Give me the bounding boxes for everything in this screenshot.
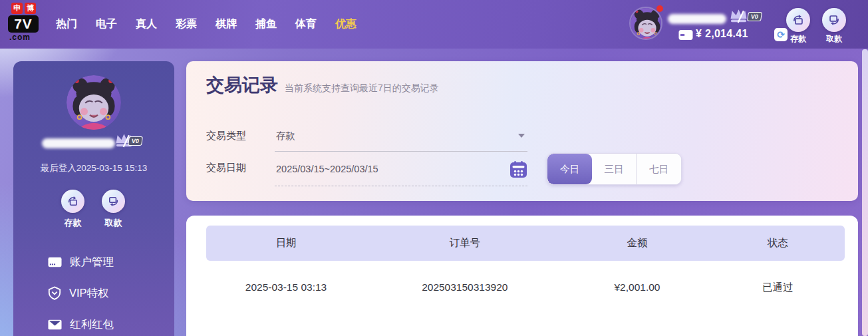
- cell-order-no: 202503150313920: [366, 281, 564, 293]
- sidebar-item-vip-privileges[interactable]: VIP特权: [13, 277, 174, 309]
- vip-level-badge: V0: [747, 12, 762, 21]
- table-row: 2025-03-15 03:13 202503150313920 ¥2,001.…: [206, 271, 845, 304]
- nav-item-slots[interactable]: 电子: [96, 17, 117, 31]
- withdraw-label: 取款: [105, 217, 122, 229]
- column-header-amount: 金额: [564, 236, 711, 250]
- withdraw-label: 取款: [826, 33, 842, 45]
- cell-amount: ¥2,001.00: [564, 281, 711, 293]
- date-range-input[interactable]: 2025/03/15~2025/03/15: [275, 158, 527, 186]
- page-background: V0 最后登入2025-03-15 15:13 存款: [0, 49, 868, 336]
- vip-crown-icon: [728, 8, 750, 24]
- nav-withdraw-button[interactable]: 取款: [822, 8, 846, 45]
- logo-red-square-1: 申: [11, 3, 23, 14]
- date-range-button-group: 今日 三日 七日: [547, 153, 682, 185]
- transaction-table: 日期 订单号 金额 状态 2025-03-15 03:13 2025031503…: [206, 226, 845, 304]
- top-navbar: 申 博 7V .com 热门 电子 真人 彩票 棋牌 捕鱼 体育 优惠: [0, 0, 868, 49]
- notification-dot: [656, 5, 663, 12]
- sidebar-item-label: 账户管理: [70, 255, 114, 269]
- brand-logo[interactable]: 申 博 7V .com: [8, 3, 47, 42]
- envelope-icon: [48, 319, 62, 330]
- selected-type-value: 存款: [276, 130, 295, 142]
- chevron-down-icon: [518, 134, 525, 138]
- nav-item-sports[interactable]: 体育: [295, 17, 317, 31]
- column-header-order-no: 订单号: [366, 236, 564, 250]
- sidebar-withdraw-button[interactable]: 取款: [102, 190, 125, 229]
- nav-item-promotions[interactable]: 优惠: [335, 17, 357, 31]
- sidebar-deposit-button[interactable]: 存款: [61, 190, 84, 229]
- nav-item-live[interactable]: 真人: [136, 17, 157, 31]
- sidebar-item-bonus-redpacket[interactable]: 红利红包: [13, 309, 174, 336]
- sidebar-avatar[interactable]: [67, 75, 121, 130]
- transaction-filters-panel: 交易记录 当前系统支持查询最近7日的交易记录 交易类型 存款 交易日期 2025…: [186, 61, 858, 201]
- sidebar-item-label: VIP特权: [69, 286, 109, 301]
- transaction-date-label: 交易日期: [206, 162, 246, 174]
- page-scrollbar[interactable]: [862, 49, 868, 336]
- username-redacted: [668, 14, 726, 24]
- range-3days-button[interactable]: 三日: [592, 154, 637, 184]
- nav-quick-actions: 存款 取款: [786, 8, 846, 45]
- cell-date: 2025-03-15 03:13: [206, 281, 366, 293]
- main-nav-menu: 热门 电子 真人 彩票 棋牌 捕鱼 体育 优惠: [56, 0, 357, 49]
- withdraw-icon: [102, 190, 125, 213]
- user-info-cluster: V0 ¥ 2,014.41 ⟳: [629, 5, 792, 44]
- nav-item-hot[interactable]: 热门: [56, 17, 77, 31]
- logo-top-row: 申 博: [11, 3, 47, 14]
- logo-red-square-2: 博: [25, 3, 36, 14]
- bank-card-icon: [48, 257, 62, 267]
- cell-status: 已通过: [710, 281, 845, 295]
- range-7days-button[interactable]: 七日: [637, 154, 681, 184]
- date-range-value: 2025/03/15~2025/03/15: [276, 164, 378, 174]
- nav-item-lottery[interactable]: 彩票: [176, 17, 197, 31]
- sidebar-menu: 账户管理 VIP特权 红利红包: [13, 246, 174, 336]
- avatar-illustration: [631, 8, 662, 40]
- withdraw-icon: [822, 8, 846, 32]
- nav-deposit-button[interactable]: 存款: [786, 8, 810, 45]
- deposit-label: 存款: [790, 33, 806, 45]
- vip-shield-icon: [48, 286, 61, 300]
- range-today-button[interactable]: 今日: [547, 154, 592, 184]
- sidebar-item-label: 红利红包: [70, 317, 114, 332]
- nav-item-poker[interactable]: 棋牌: [216, 17, 237, 31]
- sidebar-item-account-management[interactable]: 账户管理: [13, 246, 174, 277]
- nav-item-fishing[interactable]: 捕鱼: [255, 17, 277, 31]
- deposit-icon: [786, 8, 810, 32]
- deposit-label: 存款: [65, 217, 82, 229]
- balance-amount: ¥ 2,014.41: [696, 28, 748, 40]
- deposit-icon: [61, 190, 84, 213]
- column-header-status: 状态: [710, 236, 845, 250]
- logo-suffix-text: .com: [9, 33, 47, 42]
- transaction-table-panel: 日期 订单号 金额 状态 2025-03-15 03:13 2025031503…: [186, 216, 858, 336]
- calendar-icon[interactable]: [509, 160, 527, 178]
- column-header-date: 日期: [206, 236, 366, 250]
- avatar-illustration: [67, 75, 121, 130]
- user-avatar[interactable]: [629, 7, 662, 40]
- logo-main-text: 7V: [8, 15, 39, 33]
- page-title: 交易记录: [206, 73, 278, 97]
- table-header-row: 日期 订单号 金额 状态: [206, 226, 845, 261]
- page-subtitle: 当前系统支持查询最近7日的交易记录: [285, 83, 439, 94]
- username-redacted: [42, 138, 115, 148]
- transaction-type-select[interactable]: 存款: [275, 125, 527, 152]
- panel-title-row: 交易记录 当前系统支持查询最近7日的交易记录: [206, 73, 439, 97]
- wallet-icon: [678, 29, 693, 41]
- refresh-balance-button[interactable]: ⟳: [774, 28, 788, 41]
- transaction-type-label: 交易类型: [206, 130, 246, 142]
- app-root: 申 博 7V .com 热门 电子 真人 彩票 棋牌 捕鱼 体育 优惠: [0, 0, 868, 336]
- vip-level-badge: V0: [128, 136, 143, 146]
- sidebar-panel: V0 最后登入2025-03-15 15:13 存款: [13, 61, 174, 336]
- last-login-text: 最后登入2025-03-15 15:13: [13, 162, 174, 174]
